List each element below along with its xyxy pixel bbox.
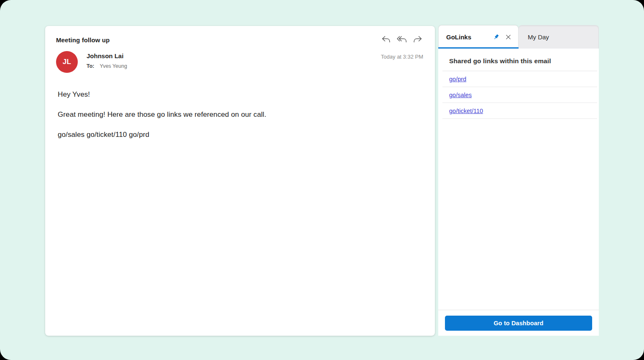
reply-icon [381, 35, 391, 45]
reply-all-icon [396, 35, 407, 45]
email-toolbar [381, 35, 423, 44]
go-to-dashboard-button[interactable]: Go to Dashboard [445, 316, 592, 331]
pin-button[interactable] [492, 33, 500, 41]
golink-link-sales[interactable]: go/sales [449, 92, 472, 98]
reply-all-button[interactable] [396, 35, 407, 44]
email-body-paragraph: Hey Yves! [58, 90, 418, 99]
tab-golinks[interactable]: GoLinks [438, 25, 519, 49]
tab-golinks-label: GoLinks [446, 33, 471, 41]
to-label: To: [87, 63, 95, 69]
tab-my-day-label: My Day [528, 33, 549, 41]
email-body-paragraph: Great meeting! Here are those go links w… [58, 110, 418, 119]
sender-name[interactable]: Johnson Lai [87, 52, 127, 59]
app-window: Meeting follow up [0, 0, 644, 360]
sender-avatar[interactable]: JL [56, 51, 78, 73]
email-reading-pane: Meeting follow up [45, 26, 435, 336]
pin-icon [491, 32, 501, 42]
forward-icon [413, 35, 423, 45]
golink-row: go/ticket/110 [442, 103, 597, 119]
addin-tabbar: GoLinks My Day [438, 25, 599, 49]
sender-initials: JL [63, 58, 71, 66]
tab-my-day[interactable]: My Day [519, 25, 599, 49]
recipient-name[interactable]: Yves Yeung [100, 63, 127, 69]
addin-panel: GoLinks My Day [438, 25, 599, 336]
email-timestamp: Today at 3:32 PM [381, 51, 423, 60]
golink-row: go/sales [442, 87, 597, 103]
panel-footer: Go to Dashboard [438, 310, 599, 336]
golink-row: go/prd [442, 71, 597, 87]
active-tab-indicator [438, 47, 519, 49]
reply-button[interactable] [381, 35, 391, 44]
email-body: Hey Yves! Great meeting! Here are those … [45, 73, 435, 139]
close-panel-button[interactable] [504, 33, 512, 41]
forward-button[interactable] [412, 35, 423, 44]
email-body-paragraph: go/sales go/ticket/110 go/prd [58, 130, 418, 139]
golink-link-prd[interactable]: go/prd [449, 76, 466, 82]
golink-link-ticket[interactable]: go/ticket/110 [449, 108, 483, 114]
email-header: Meeting follow up [45, 26, 435, 73]
close-icon [505, 34, 511, 40]
golinks-panel-content: Shared go links within this email go/prd… [438, 49, 599, 310]
email-subject: Meeting follow up [56, 36, 110, 44]
shared-links-heading: Shared go links within this email [438, 49, 599, 71]
